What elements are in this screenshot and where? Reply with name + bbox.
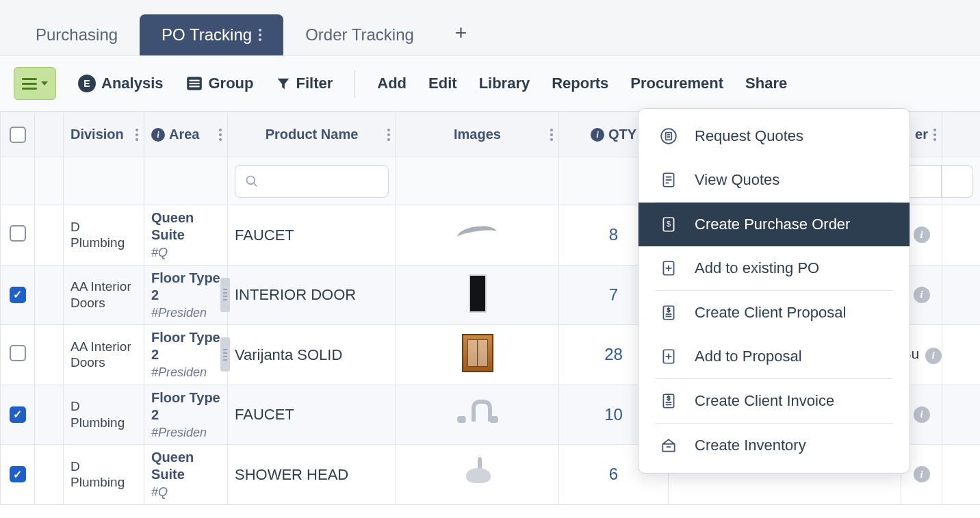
row-checkbox[interactable] bbox=[10, 287, 26, 303]
menu-add-to-po[interactable]: Add to existing PO bbox=[639, 246, 910, 290]
division-cell: D Plumbing bbox=[64, 454, 144, 495]
tab-menu-icon[interactable] bbox=[259, 29, 261, 41]
row-checkbox[interactable] bbox=[10, 406, 26, 423]
menu-create-invoice[interactable]: $ Create Client Invoice bbox=[639, 379, 910, 423]
edit-button[interactable]: Edit bbox=[428, 75, 457, 92]
menu-label: View Quotes bbox=[695, 171, 779, 189]
toolbar-label: Filter bbox=[296, 75, 333, 92]
svg-point-6 bbox=[661, 129, 676, 144]
area-cell[interactable]: Floor Type 2 bbox=[151, 389, 220, 424]
procurement-button[interactable]: Procurement bbox=[630, 75, 723, 92]
menu-add-to-proposal[interactable]: Add to Proposal bbox=[639, 335, 910, 378]
division-cell: AA Interior Doors bbox=[64, 335, 144, 376]
product-image[interactable] bbox=[461, 456, 495, 490]
col-area[interactable]: i Area bbox=[144, 112, 228, 157]
menu-create-proposal[interactable]: $ Create Client Proposal bbox=[639, 291, 910, 335]
menu-label: Create Client Invoice bbox=[695, 392, 834, 410]
product-name-cell: FAUCET bbox=[228, 401, 396, 428]
product-image[interactable] bbox=[454, 400, 502, 427]
row-info-icon[interactable]: i bbox=[914, 466, 930, 482]
col-label: QTY bbox=[608, 127, 636, 142]
area-cell[interactable]: Queen Suite bbox=[151, 449, 220, 483]
select-all-checkbox[interactable] bbox=[10, 127, 26, 143]
area-cell[interactable]: Queen Suite bbox=[151, 209, 220, 244]
col-product-name[interactable]: Product Name bbox=[228, 112, 396, 157]
row-checkbox[interactable] bbox=[10, 225, 26, 242]
menu-create-inventory[interactable]: Create Inventory bbox=[639, 424, 910, 467]
add-po-icon bbox=[659, 259, 678, 278]
add-button[interactable]: Add bbox=[377, 75, 407, 92]
row-info-icon[interactable]: i bbox=[914, 226, 930, 243]
share-button[interactable]: Share bbox=[745, 75, 787, 92]
col-expand bbox=[35, 112, 64, 157]
col-images[interactable]: Images bbox=[396, 112, 559, 157]
tabs-bar: Purchasing PO Tracking Order Tracking + bbox=[0, 0, 980, 56]
col-menu-icon[interactable] bbox=[933, 129, 936, 141]
row-checkbox[interactable] bbox=[10, 345, 26, 361]
toolbar-label: Analysis bbox=[101, 75, 164, 92]
svg-rect-2 bbox=[189, 83, 199, 84]
product-search-input[interactable] bbox=[235, 165, 389, 198]
row-checkbox[interactable] bbox=[10, 466, 26, 482]
col-division[interactable]: Division bbox=[64, 112, 144, 157]
row-info-icon[interactable]: i bbox=[925, 348, 942, 364]
group-icon bbox=[185, 75, 203, 92]
filter-button[interactable]: Filter bbox=[276, 75, 333, 92]
drag-handle[interactable] bbox=[220, 337, 230, 372]
svg-text:$: $ bbox=[667, 307, 671, 313]
menu-label: Request Quotes bbox=[695, 127, 803, 145]
tab-label: Purchasing bbox=[36, 25, 118, 44]
area-cell[interactable]: Floor Type 2 bbox=[151, 329, 220, 363]
area-sub: #Q bbox=[151, 245, 220, 261]
division-cell: AA Interior Doors bbox=[64, 274, 144, 315]
toolbar-divider bbox=[354, 70, 355, 97]
product-image[interactable] bbox=[462, 334, 493, 372]
product-name-cell: Varijanta SOLID bbox=[228, 341, 396, 369]
tab-label: PO Tracking bbox=[162, 25, 252, 44]
add-proposal-icon bbox=[659, 347, 678, 366]
filter-icon bbox=[276, 76, 291, 91]
product-image[interactable] bbox=[457, 220, 498, 247]
create-invoice-icon: $ bbox=[659, 391, 678, 411]
svg-text:$: $ bbox=[667, 395, 671, 402]
add-tab-button[interactable]: + bbox=[436, 10, 487, 55]
tab-label: Order Tracking bbox=[305, 25, 414, 44]
create-proposal-icon: $ bbox=[659, 303, 678, 322]
row-info-icon[interactable]: i bbox=[914, 406, 930, 423]
product-name-cell: INTERIOR DOOR bbox=[228, 281, 396, 309]
area-sub: #Q bbox=[151, 484, 220, 500]
area-sub: #Presiden bbox=[151, 425, 220, 441]
caret-down-icon bbox=[41, 81, 48, 86]
col-menu-icon[interactable] bbox=[136, 129, 138, 141]
col-menu-icon[interactable] bbox=[219, 129, 222, 141]
library-button[interactable]: Library bbox=[479, 75, 530, 92]
col-label: Area bbox=[169, 127, 199, 142]
extra-search-input[interactable] bbox=[942, 165, 973, 198]
row-info-icon[interactable]: i bbox=[914, 287, 930, 303]
request-quotes-icon bbox=[659, 127, 678, 146]
toolbar-label: Group bbox=[209, 75, 254, 92]
tab-po-tracking[interactable]: PO Tracking bbox=[140, 14, 283, 55]
tab-order-tracking[interactable]: Order Tracking bbox=[283, 14, 436, 55]
main-menu-button[interactable] bbox=[14, 67, 56, 100]
analysis-button[interactable]: E Analysis bbox=[78, 75, 164, 92]
menu-request-quotes[interactable]: Request Quotes bbox=[639, 114, 910, 158]
col-menu-icon[interactable] bbox=[387, 129, 390, 141]
col-extra bbox=[942, 112, 981, 157]
area-sub: #Presiden bbox=[151, 365, 220, 380]
reports-button[interactable]: Reports bbox=[552, 75, 608, 92]
col-menu-icon[interactable] bbox=[550, 129, 553, 141]
product-image[interactable] bbox=[469, 274, 487, 313]
group-button[interactable]: Group bbox=[185, 75, 254, 92]
drag-handle[interactable] bbox=[220, 278, 230, 312]
menu-create-po[interactable]: $ Create Purchase Order bbox=[639, 203, 910, 246]
menu-view-quotes[interactable]: View Quotes bbox=[639, 158, 910, 202]
division-cell: D Plumbing bbox=[64, 394, 144, 435]
svg-rect-3 bbox=[189, 86, 199, 87]
tab-purchasing[interactable]: Purchasing bbox=[14, 14, 140, 55]
svg-point-4 bbox=[247, 176, 255, 184]
col-checkbox[interactable] bbox=[1, 112, 35, 157]
svg-text:$: $ bbox=[667, 220, 671, 228]
create-po-icon: $ bbox=[659, 215, 678, 234]
area-cell[interactable]: Floor Type 2 bbox=[151, 270, 220, 304]
